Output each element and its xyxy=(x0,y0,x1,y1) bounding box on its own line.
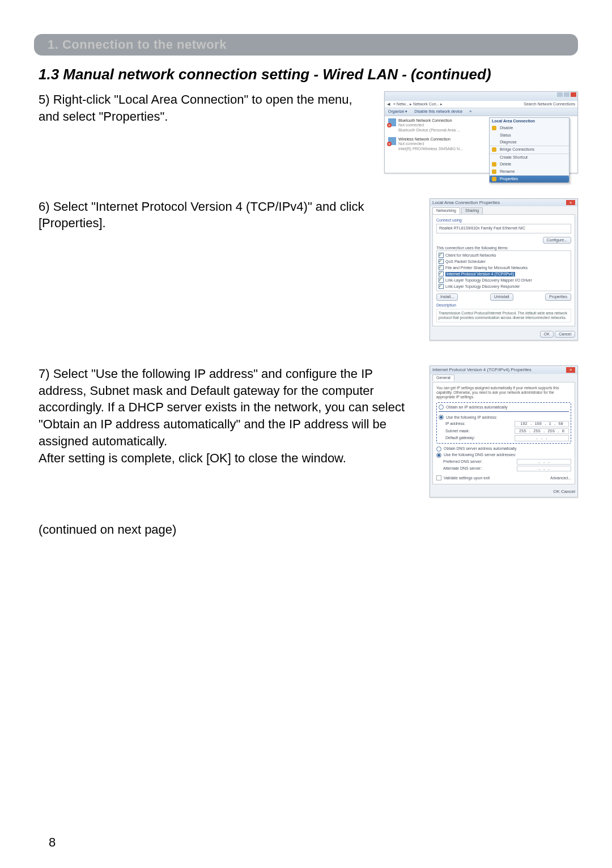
ctx-diagnose[interactable]: Diagnose xyxy=(490,139,569,146)
radio-icon[interactable] xyxy=(439,405,444,410)
dialog-footer: OK Cancel xyxy=(430,487,577,497)
validate-label: Validate settings upon exit xyxy=(444,476,490,480)
radio-icon[interactable] xyxy=(439,415,444,420)
ctx-bridge[interactable]: Bridge Connections xyxy=(490,146,569,153)
ok-button[interactable]: OK xyxy=(553,489,560,494)
list-item[interactable]: QoS Packet Scheduler xyxy=(438,258,570,265)
tab-general[interactable]: General xyxy=(432,375,454,381)
advanced-button[interactable]: Advanced... xyxy=(550,476,571,480)
cancel-button[interactable]: Cancel xyxy=(561,489,575,494)
shield-icon xyxy=(492,169,496,174)
cancel-button[interactable]: Cancel xyxy=(555,331,575,338)
description-label: Description xyxy=(436,303,571,308)
checkbox-icon[interactable] xyxy=(439,284,444,289)
window-title: Internet Protocol Version 4 (TCP/IPv4) P… xyxy=(432,367,532,373)
shield-icon xyxy=(492,147,496,152)
tab-networking[interactable]: Networking xyxy=(432,207,460,214)
checkbox-icon[interactable] xyxy=(439,265,444,270)
screenshot-network-connections: ◀ « Netw... ▸ Network Con... ▸ Search Ne… xyxy=(384,91,578,173)
ctx-properties[interactable]: Properties xyxy=(490,176,569,182)
list-item-ipv4[interactable]: Internet Protocol Version 4 (TCP/IPv4) xyxy=(438,271,570,277)
ip-group: Obtain an IP address automatically Use t… xyxy=(436,402,571,443)
breadcrumb[interactable]: « Netw... ▸ Network Con... ▸ xyxy=(393,102,520,107)
radio-obtain-dns[interactable]: Obtain DNS server address automatically xyxy=(436,446,571,452)
conn-name: Bluetooth Network Connection xyxy=(398,118,460,123)
ctx-rename[interactable]: Rename xyxy=(490,168,569,175)
maximize-icon[interactable] xyxy=(564,92,570,97)
connection-bluetooth[interactable]: × Bluetooth Network Connection Not conne… xyxy=(388,118,473,133)
screenshot-lac-properties: Local Area Connection Properties × Netwo… xyxy=(430,198,578,341)
ctx-status[interactable]: Status xyxy=(490,132,569,139)
connection-wireless[interactable]: × Wireless Network Connection Not connec… xyxy=(388,137,473,151)
button-row: Install... Uninstall Properties xyxy=(436,293,571,300)
gateway-row: Default gateway: . . . xyxy=(439,435,569,441)
subnet-label: Subnet mask: xyxy=(445,429,470,433)
checkbox-icon[interactable] xyxy=(439,271,444,276)
radio-use-dns[interactable]: Use the following DNS server addresses: xyxy=(436,452,571,458)
close-icon[interactable]: × xyxy=(566,367,575,373)
pdns-input[interactable]: . . . xyxy=(517,459,571,465)
ip-label: IP address: xyxy=(445,422,465,426)
connect-using-label: Connect using: xyxy=(436,218,571,223)
close-icon[interactable] xyxy=(571,92,576,97)
ok-button[interactable]: OK xyxy=(540,331,554,338)
organize-menu[interactable]: Organize ▾ xyxy=(388,109,407,114)
ip-input[interactable]: 192 . 168 . 1 . 50 xyxy=(515,421,569,427)
more-button[interactable]: » xyxy=(469,109,471,114)
conn-device: Bluetooth Device (Personal Area ... xyxy=(398,128,460,133)
conn-name: Wireless Network Connection xyxy=(398,137,463,142)
radio-icon[interactable] xyxy=(436,453,441,458)
minimize-icon[interactable] xyxy=(557,92,563,97)
step-6: 6) Select "Internet Protocol Version 4 (… xyxy=(34,198,578,341)
gateway-label: Default gateway: xyxy=(445,436,475,440)
pdns-label: Preferred DNS server: xyxy=(443,459,482,464)
list-item[interactable]: Client for Microsoft Networks xyxy=(438,252,570,258)
radio-use-ip[interactable]: Use the following IP address: xyxy=(439,414,569,420)
adapter-box: Realtek RTL8139/810x Family Fast Etherne… xyxy=(436,224,571,233)
step-5: 5) Right-click "Local Area Connection" t… xyxy=(34,91,578,173)
ctx-disable[interactable]: Disable xyxy=(490,125,569,131)
list-item[interactable]: File and Printer Sharing for Microsoft N… xyxy=(438,265,570,271)
ctx-delete[interactable]: Delete xyxy=(490,161,569,168)
checkbox-icon[interactable] xyxy=(439,278,444,283)
window-titlebar: Local Area Connection Properties × xyxy=(430,199,577,207)
context-menu-header: Local Area Connection xyxy=(490,118,569,125)
address-bar: ◀ « Netw... ▸ Network Con... ▸ Search Ne… xyxy=(385,101,577,108)
section-header-bar: 1. Connection to the network xyxy=(34,34,578,56)
adns-label: Alternate DNS server: xyxy=(443,466,482,471)
separator xyxy=(439,411,569,412)
install-button[interactable]: Install... xyxy=(436,293,458,300)
tab-sharing[interactable]: Sharing xyxy=(461,207,483,214)
shield-icon xyxy=(492,126,496,130)
step-7-text: 7) Select "Use the following IP address"… xyxy=(39,365,420,466)
list-item[interactable]: Link-Layer Topology Discovery Mapper I/O… xyxy=(438,277,570,283)
gateway-input[interactable]: . . . xyxy=(515,435,569,441)
search-input[interactable]: Search Network Connections xyxy=(524,102,575,107)
network-icon: × xyxy=(388,137,396,145)
list-item[interactable]: Link-Layer Topology Discovery Responder xyxy=(438,283,570,290)
disconnected-overlay-icon: × xyxy=(387,142,392,146)
screenshot-ipv4-properties: Internet Protocol Version 4 (TCP/IPv4) P… xyxy=(430,365,578,497)
subsection-title: 1.3 Manual network connection setting - … xyxy=(39,66,578,83)
adns-input[interactable]: . . . xyxy=(517,466,571,471)
radio-obtain-ip[interactable]: Obtain an IP address automatically xyxy=(439,404,569,410)
uninstall-button[interactable]: Uninstall xyxy=(490,293,513,300)
description-text: You can get IP settings assigned automat… xyxy=(436,386,571,399)
checkbox-icon[interactable] xyxy=(439,259,444,264)
properties-button[interactable]: Properties xyxy=(545,293,571,300)
nav-back-icon[interactable]: ◀ xyxy=(387,102,390,107)
general-panel: You can get IP settings assigned automat… xyxy=(432,382,575,484)
subnet-input[interactable]: 255 . 255 . 255 . 0 xyxy=(515,428,569,434)
ctx-shortcut[interactable]: Create Shortcut xyxy=(490,154,569,161)
adapter-name: Realtek RTL8139/810x Family Fast Etherne… xyxy=(439,226,525,231)
validate-checkbox[interactable] xyxy=(436,475,441,480)
disable-device-button[interactable]: Disable this network device xyxy=(414,109,462,114)
configure-button[interactable]: Configure... xyxy=(543,237,571,244)
continued-note: (continued on next page) xyxy=(39,522,578,537)
radio-icon[interactable] xyxy=(436,446,441,452)
disconnected-overlay-icon: × xyxy=(387,123,392,127)
connections-list: × Bluetooth Network Connection Not conne… xyxy=(385,116,577,173)
close-icon[interactable]: × xyxy=(566,200,575,206)
conn-status: Not connected xyxy=(398,123,460,127)
checkbox-icon[interactable] xyxy=(439,253,444,258)
